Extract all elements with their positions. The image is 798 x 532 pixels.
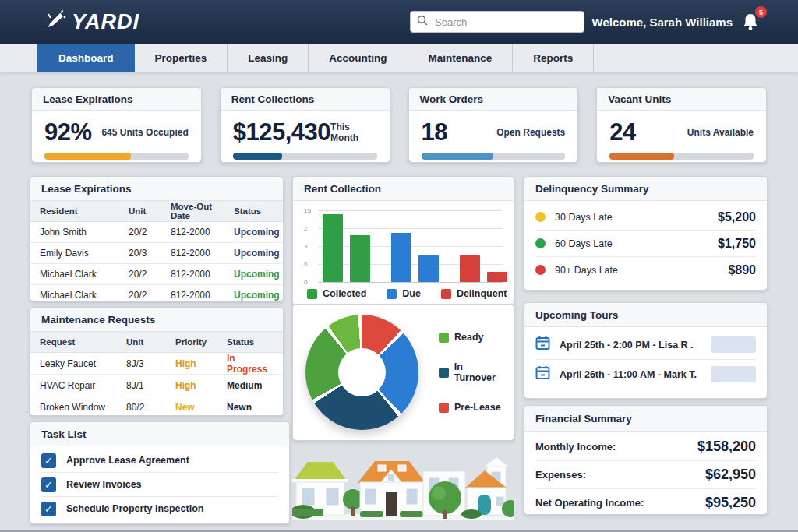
task-checkbox[interactable]: ✓ — [41, 477, 56, 492]
lease-resident: John Smith — [40, 227, 129, 238]
y-axis-tick-label: 6 — [304, 261, 307, 268]
lease-table-row[interactable]: Emily Davis 20/3 812-2000 Upcoming — [30, 243, 283, 264]
legend-item-due: Due — [387, 288, 421, 299]
nav-tab-properties[interactable]: Properties — [135, 44, 228, 72]
delinquency-amount: $890 — [728, 263, 756, 277]
task-label: Schedule Property Inspection — [66, 503, 203, 514]
lease-table-row[interactable]: John Smith 20/2 812-2000 Upcoming — [30, 222, 283, 243]
financial-row: Net Operating Income: $95,250 — [535, 489, 756, 515]
upcoming-tours-title: Upcoming Tours — [524, 303, 767, 327]
search-box[interactable] — [410, 11, 584, 33]
maintenance-panel: Maintenance Requests Request Unit Priori… — [30, 307, 284, 416]
task-label: Approve Lease Agreement — [66, 455, 189, 466]
kpi-row: Lease Expirations 92% 645 Units Occupied… — [31, 87, 767, 163]
financial-row: Expenses: $62,950 — [535, 461, 756, 489]
legend-item-ready: Ready — [439, 332, 506, 343]
tour-text: April 26th - 11:00 AM - Mark T. — [560, 369, 701, 380]
maintenance-unit: 80/2 — [126, 402, 175, 413]
col-unit: Unit — [129, 206, 171, 216]
kpi-progress-fill — [422, 153, 493, 160]
bar-due — [418, 255, 439, 282]
search-icon — [417, 15, 428, 29]
lease-table-row[interactable]: Michael Clark 20/2 812-2000 Upcoming — [30, 285, 283, 301]
kpi-progress-track — [422, 153, 566, 160]
status-dot-icon — [535, 212, 546, 222]
lease-expirations-title: Lease Expirations — [30, 177, 283, 201]
nav-tab-reports[interactable]: Reports — [513, 44, 594, 72]
delinquency-panel: Delinquency Summary 30 Days Late $5,200 … — [524, 176, 768, 291]
delinquency-row: 30 Days Late $5,200 — [535, 204, 756, 231]
yardi-dashboard: YARDI Welcome, Sarah Williams 5 Dashboar… — [0, 0, 798, 532]
notifications-button[interactable]: 5 — [740, 11, 764, 34]
col-priority: Priority — [175, 337, 227, 347]
legend-label: Collected — [323, 288, 366, 299]
legend-swatch-icon — [307, 289, 317, 299]
financial-summary-title: Financial Summary — [524, 406, 767, 432]
financial-row: Monthly Income: $158,200 — [535, 433, 756, 461]
lease-status: Upcoming — [234, 248, 280, 259]
kpi-caption: Open Requests — [496, 127, 565, 138]
welcome-text: Welcome, Sarah Williams — [592, 0, 733, 44]
financial-value: $158,200 — [697, 439, 756, 455]
lease-moveout-date: 812-2000 — [171, 227, 234, 238]
kpi-progress-track — [44, 153, 189, 160]
nav-tab-bar: DashboardPropertiesLeasingAccountingMain… — [0, 44, 798, 72]
lease-status: Upcoming — [234, 227, 280, 238]
yardi-logo[interactable]: YARDI — [44, 8, 139, 36]
houses-illustration — [292, 448, 514, 522]
maintenance-table-row[interactable]: HVAC Repair 8J/1 High Medium — [30, 375, 283, 396]
kpi-progress-track — [609, 153, 754, 160]
rent-collection-panel: Rent Collection 152360 Collected Due Del… — [292, 176, 514, 305]
tour-text: April 25th - 2:00 PM - Lisa R . — [560, 340, 701, 351]
y-axis-tick-label: 3 — [304, 243, 307, 250]
tour-action-button[interactable] — [711, 366, 756, 382]
maintenance-request: HVAC Repair — [40, 380, 126, 391]
financial-value: $62,950 — [705, 467, 756, 483]
chart-gridline — [318, 282, 503, 283]
task-checkbox[interactable]: ✓ — [41, 453, 56, 468]
lease-unit: 20/3 — [129, 248, 171, 259]
nav-tab-dashboard[interactable]: Dashboard — [37, 44, 135, 72]
bar-group-collected — [323, 210, 370, 282]
maintenance-table-row[interactable]: Leaky Faucet 8J/3 High In Progress — [30, 353, 283, 375]
kpi-title: Lease Expirations — [32, 88, 201, 111]
maintenance-status: In Progress — [227, 353, 274, 375]
col-request: Request — [40, 337, 126, 347]
calendar-icon — [535, 336, 550, 354]
checkmark-icon: ✓ — [44, 479, 53, 491]
rent-collection-legend: Collected Due Delinquent — [293, 282, 514, 299]
kpi-progress-fill — [233, 153, 282, 160]
nav-tab-leasing[interactable]: Leasing — [228, 44, 309, 72]
task-label: Review Invoices — [66, 479, 142, 490]
nav-tab-maintenance[interactable]: Maintenance — [408, 44, 514, 72]
lease-moveout-date: 812-2000 — [171, 248, 234, 259]
lease-moveout-date: 812-2000 — [171, 290, 234, 301]
unit-status-donut-chart — [305, 315, 418, 430]
kpi-value: 92% — [44, 118, 92, 146]
legend-item-pre-lease: Pre-Lease — [439, 402, 506, 413]
kpi-card-rent-collections: Rent Collections $125,430 This Month — [220, 87, 390, 163]
maintenance-request: Leaky Faucet — [40, 358, 126, 369]
tour-item[interactable]: April 25th - 2:00 PM - Lisa R . — [535, 330, 756, 360]
task-item[interactable]: ✓ Review Invoices — [41, 473, 278, 497]
task-list-panel: Task List ✓ Approve Lease Agreement ✓ Re… — [30, 421, 290, 524]
kpi-progress-fill — [44, 153, 131, 160]
maintenance-table-row[interactable]: Broken Window 80/2 New Newn — [30, 396, 283, 416]
kpi-title: Vacant Units — [597, 88, 766, 111]
nav-tab-accounting[interactable]: Accounting — [309, 44, 408, 72]
search-input[interactable] — [433, 16, 577, 29]
task-item[interactable]: ✓ Schedule Property Inspection — [41, 497, 278, 520]
lease-table-row[interactable]: Michael Clark 20/2 812-2000 Upcoming — [30, 264, 283, 285]
task-list-title: Task List — [30, 422, 289, 446]
kpi-caption: This Month — [330, 122, 376, 143]
tour-action-button[interactable] — [711, 336, 756, 353]
task-checkbox[interactable]: ✓ — [41, 502, 56, 516]
financial-label: Expenses: — [535, 469, 586, 481]
financial-label: Monthly Income: — [535, 441, 616, 453]
task-item[interactable]: ✓ Approve Lease Agreement — [41, 449, 278, 473]
unit-status-panel: Ready In Turnover Pre-Lease — [292, 304, 514, 441]
unit-status-legend: Ready In Turnover Pre-Lease — [439, 332, 506, 413]
lease-unit: 20/2 — [129, 290, 171, 301]
legend-swatch-icon — [441, 289, 451, 299]
tour-item[interactable]: April 26th - 11:00 AM - Mark T. — [535, 360, 756, 389]
